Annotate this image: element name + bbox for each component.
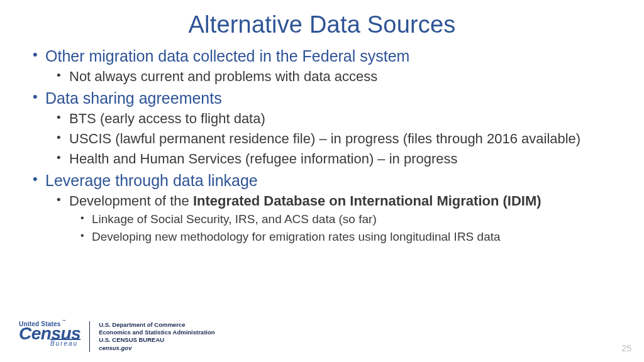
bullet-text: USCIS (lawful permanent residence file) … <box>69 131 580 146</box>
bullet-l2: Not always current and problems with dat… <box>54 67 614 85</box>
bullet-text: Health and Human Services (refugee infor… <box>69 151 458 167</box>
footer: United States ™ Census Bureau U.S. Depar… <box>19 321 215 352</box>
subsublist: Linkage of Social Security, IRS, and ACS… <box>69 211 614 244</box>
bullet-l2: Development of the Integrated Database o… <box>54 192 614 244</box>
bullet-text-pre: Development of the <box>69 193 193 209</box>
bullet-l3: Developing new methodology for emigratio… <box>78 229 614 244</box>
bullet-text: Developing new methodology for emigratio… <box>92 230 501 243</box>
bullet-l1: Leverage through data linkage Developmen… <box>30 170 614 244</box>
sublist: BTS (early access to flight data) USCIS … <box>45 109 614 168</box>
footer-divider <box>89 321 90 352</box>
trademark-icon: ™ <box>62 320 66 323</box>
dept-line: U.S. Department of Commerce <box>99 321 214 329</box>
bullet-text: Linkage of Social Security, IRS, and ACS… <box>92 212 377 226</box>
bullet-text: Other migration data collected in the Fe… <box>45 47 409 65</box>
bullet-l2: USCIS (lawful permanent residence file) … <box>54 129 614 148</box>
logo-sub: Bureau <box>50 339 80 346</box>
bullet-l2: Health and Human Services (refugee infor… <box>54 150 614 168</box>
sublist: Not always current and problems with dat… <box>45 67 614 85</box>
page-number: 25 <box>621 343 631 353</box>
bullet-l1: Data sharing agreements BTS (early acces… <box>30 88 614 168</box>
bullet-l3: Linkage of Social Security, IRS, and ACS… <box>78 211 614 227</box>
bullet-l2: BTS (early access to flight data) <box>54 109 614 128</box>
bullet-text-bold: Integrated Database on International Mig… <box>193 193 541 209</box>
bullet-text: Not always current and problems with dat… <box>69 69 377 84</box>
dept-url: census.gov <box>99 344 214 352</box>
slide-title: Alternative Data Sources <box>30 11 614 38</box>
slide: Alternative Data Sources Other migration… <box>0 0 644 362</box>
bullet-text: Leverage through data linkage <box>45 172 258 189</box>
dept-line: Economics and Statistics Administration <box>99 329 214 336</box>
bullet-text: BTS (early access to flight data) <box>69 111 265 126</box>
sublist: Development of the Integrated Database o… <box>45 192 614 244</box>
dept-line: U.S. CENSUS BUREAU <box>99 336 214 344</box>
bullet-l1: Other migration data collected in the Fe… <box>30 46 614 85</box>
department-block: U.S. Department of Commerce Economics an… <box>99 321 214 352</box>
census-logo: United States ™ Census Bureau <box>19 321 80 352</box>
bullet-list: Other migration data collected in the Fe… <box>30 46 614 244</box>
bullet-text: Data sharing agreements <box>45 89 222 107</box>
